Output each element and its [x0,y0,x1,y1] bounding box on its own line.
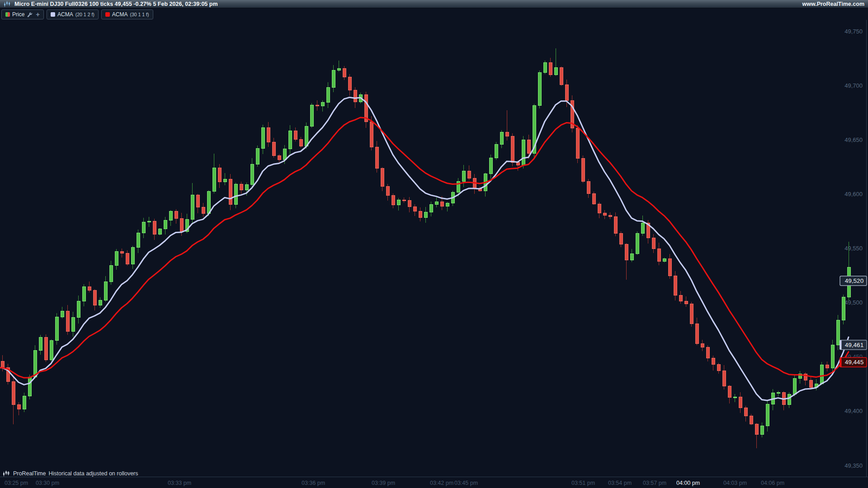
time-axis-label: 03:39 pm [372,480,395,486]
rollover-note: Historical data adjusted on rollovers [48,470,138,477]
time-axis-label: 04:06 pm [761,480,784,486]
price-legend-label: Price [12,11,24,18]
time-axis-label-hour: 04:00 pm [676,480,700,486]
plus-icon[interactable]: + [35,12,40,17]
price-tag-last-price: 49,520 [840,276,867,286]
candlestick-logo-icon [3,470,10,477]
acma20-line[interactable] [0,98,849,401]
plot-border [0,20,868,477]
price-swatch-icon [5,12,10,17]
prorealtime-url: www.ProRealTime.com [802,1,864,7]
svg-text:49,461: 49,461 [845,342,863,348]
price-axis-label: 49,350 [844,462,863,469]
attribution: ProRealTime Historical data adjusted on … [3,470,138,477]
candlestick-logo-icon [4,1,11,7]
time-axis-label: 03:36 pm [302,480,325,486]
time-axis-label: 03:33 pm [168,480,191,486]
price-candles-layer [1,48,850,448]
prorealtime-chart-window: 49,75049,70049,65049,60049,55049,50049,4… [0,0,868,488]
price-axis-label: 49,550 [844,245,863,252]
price-axis-label: 49,600 [844,191,863,197]
time-axis-label: 03:45 pm [454,480,478,486]
acma20-label: ACMA [57,11,73,18]
instrument-title: Micro E-mini DJ30 Full0326 100 ticks 49,… [14,1,218,7]
svg-text:49,445: 49,445 [845,359,863,366]
price-legend-button[interactable]: Price + [1,9,44,19]
acma20-swatch-icon [51,12,55,17]
time-axis-label: 03:57 pm [643,480,666,486]
acma30-swatch-icon [105,12,110,17]
brand-name: ProRealTime [13,470,46,477]
wrench-icon[interactable] [27,12,33,18]
time-axis-label: 04:03 pm [723,480,747,486]
price-axis[interactable]: 49,75049,70049,65049,60049,55049,50049,4… [844,28,863,469]
acma30-line[interactable] [0,117,849,378]
svg-text:49,520: 49,520 [845,277,863,284]
acma30-label: ACMA [112,11,128,18]
time-axis-label: 03:30 pm [36,480,59,486]
time-axis-label: 03:25 pm [5,480,28,486]
time-axis-label: 03:51 pm [571,480,595,486]
time-axis-label: 03:54 pm [608,480,632,486]
title-bar: Micro E-mini DJ30 Full0326 100 ticks 49,… [0,0,868,8]
legend-acma20-button[interactable]: ACMA (20 1 2 f) [47,9,99,19]
price-axis-label: 49,400 [844,408,863,414]
time-axis-label: 03:42 pm [430,480,453,486]
chart-canvas[interactable]: 49,75049,70049,65049,60049,55049,50049,4… [0,0,868,488]
price-axis-label: 49,500 [844,299,863,306]
legend-acma30-button[interactable]: ACMA (30 1 1 f) [101,9,153,19]
acma20-params: (20 1 2 f) [75,12,94,17]
price-axis-label: 49,750 [844,28,863,35]
price-tag-acma20: 49,461 [840,340,867,350]
price-tag-acma30: 49,445 [840,357,867,367]
time-axis[interactable]: 03:25 pm03:30 pm03:33 pm03:36 pm03:39 pm… [5,480,784,486]
price-axis-label: 49,700 [844,82,863,89]
price-axis-label: 49,650 [844,136,863,143]
indicator-legend: Price + ACMA (20 1 2 f) ACMA (30 1 1 f) [0,8,868,20]
acma30-params: (30 1 1 f) [130,12,149,17]
